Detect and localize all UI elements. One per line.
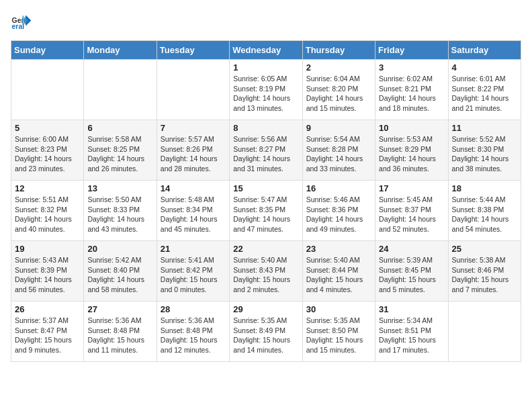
day-of-week-header: Monday (84, 41, 157, 60)
calendar-day-cell: 1Sunrise: 6:05 AM Sunset: 8:19 PM Daylig… (230, 60, 302, 120)
day-number: 30 (306, 304, 371, 314)
calendar-day-cell: 14Sunrise: 5:48 AM Sunset: 8:34 PM Dayli… (157, 181, 229, 241)
day-info: Sunrise: 5:41 AM Sunset: 8:42 PM Dayligh… (161, 255, 226, 295)
day-number: 9 (306, 123, 371, 133)
day-info: Sunrise: 5:42 AM Sunset: 8:40 PM Dayligh… (87, 255, 152, 295)
day-info: Sunrise: 6:00 AM Sunset: 8:23 PM Dayligh… (15, 134, 80, 174)
calendar-week-row: 1Sunrise: 6:05 AM Sunset: 8:19 PM Daylig… (11, 60, 521, 120)
day-info: Sunrise: 5:48 AM Sunset: 8:34 PM Dayligh… (161, 195, 226, 234)
day-info: Sunrise: 5:50 AM Sunset: 8:33 PM Dayligh… (87, 195, 152, 234)
calendar-day-cell: 11Sunrise: 5:52 AM Sunset: 8:30 PM Dayli… (448, 120, 521, 181)
calendar-day-cell: 6Sunrise: 5:58 AM Sunset: 8:25 PM Daylig… (84, 120, 157, 181)
calendar-day-cell: 20Sunrise: 5:42 AM Sunset: 8:40 PM Dayli… (84, 241, 157, 302)
day-info: Sunrise: 6:05 AM Sunset: 8:19 PM Dayligh… (233, 74, 298, 113)
day-number: 15 (233, 183, 298, 193)
day-info: Sunrise: 5:35 AM Sunset: 8:49 PM Dayligh… (233, 316, 298, 355)
day-number: 20 (87, 244, 152, 254)
calendar-day-cell: 21Sunrise: 5:41 AM Sunset: 8:42 PM Dayli… (157, 241, 229, 302)
day-of-week-header: Wednesday (230, 41, 302, 60)
day-number: 21 (161, 244, 226, 254)
day-number: 12 (15, 183, 80, 193)
calendar-day-cell: 4Sunrise: 6:01 AM Sunset: 8:22 PM Daylig… (448, 60, 521, 120)
day-number: 16 (306, 183, 371, 193)
day-info: Sunrise: 5:45 AM Sunset: 8:37 PM Dayligh… (379, 195, 444, 234)
day-number: 2 (306, 62, 371, 73)
calendar-week-row: 5Sunrise: 6:00 AM Sunset: 8:23 PM Daylig… (11, 120, 521, 181)
calendar-day-cell: 10Sunrise: 5:53 AM Sunset: 8:29 PM Dayli… (375, 120, 448, 181)
day-info: Sunrise: 5:58 AM Sunset: 8:25 PM Dayligh… (87, 134, 152, 174)
day-number: 4 (452, 62, 517, 73)
calendar-day-cell: 15Sunrise: 5:47 AM Sunset: 8:35 PM Dayli… (230, 181, 302, 241)
day-number: 14 (161, 183, 226, 193)
day-info: Sunrise: 5:53 AM Sunset: 8:29 PM Dayligh… (379, 134, 444, 174)
calendar-day-cell (11, 60, 84, 120)
day-info: Sunrise: 5:34 AM Sunset: 8:51 PM Dayligh… (379, 316, 444, 355)
day-info: Sunrise: 6:01 AM Sunset: 8:22 PM Dayligh… (452, 74, 517, 113)
day-info: Sunrise: 5:40 AM Sunset: 8:43 PM Dayligh… (233, 255, 298, 295)
day-number: 23 (306, 244, 371, 254)
calendar-week-row: 26Sunrise: 5:37 AM Sunset: 8:47 PM Dayli… (11, 302, 521, 362)
day-info: Sunrise: 5:56 AM Sunset: 8:27 PM Dayligh… (233, 134, 298, 174)
page-header: Gen eral (11, 11, 521, 32)
day-number: 11 (452, 123, 517, 133)
calendar-week-row: 19Sunrise: 5:43 AM Sunset: 8:39 PM Dayli… (11, 241, 521, 302)
calendar-day-cell: 23Sunrise: 5:40 AM Sunset: 8:44 PM Dayli… (302, 241, 375, 302)
calendar-day-cell (84, 60, 157, 120)
day-info: Sunrise: 5:47 AM Sunset: 8:35 PM Dayligh… (233, 195, 298, 234)
day-info: Sunrise: 6:04 AM Sunset: 8:20 PM Dayligh… (306, 74, 371, 113)
calendar-day-cell (448, 302, 521, 362)
day-number: 31 (379, 304, 444, 314)
day-number: 29 (233, 304, 298, 314)
calendar-day-cell: 28Sunrise: 5:36 AM Sunset: 8:48 PM Dayli… (157, 302, 229, 362)
day-number: 24 (379, 244, 444, 254)
calendar-day-cell: 22Sunrise: 5:40 AM Sunset: 8:43 PM Dayli… (230, 241, 302, 302)
calendar-day-cell: 30Sunrise: 5:35 AM Sunset: 8:50 PM Dayli… (302, 302, 375, 362)
day-info: Sunrise: 5:36 AM Sunset: 8:48 PM Dayligh… (161, 316, 226, 355)
calendar-day-cell: 13Sunrise: 5:50 AM Sunset: 8:33 PM Dayli… (84, 181, 157, 241)
calendar-day-cell: 31Sunrise: 5:34 AM Sunset: 8:51 PM Dayli… (375, 302, 448, 362)
day-number: 19 (15, 244, 80, 254)
day-number: 17 (379, 183, 444, 193)
day-info: Sunrise: 5:40 AM Sunset: 8:44 PM Dayligh… (306, 255, 371, 295)
calendar-day-cell: 25Sunrise: 5:38 AM Sunset: 8:46 PM Dayli… (448, 241, 521, 302)
day-info: Sunrise: 5:38 AM Sunset: 8:46 PM Dayligh… (452, 255, 517, 295)
day-number: 1 (233, 62, 298, 73)
day-info: Sunrise: 5:51 AM Sunset: 8:32 PM Dayligh… (15, 195, 80, 234)
calendar-day-cell (157, 60, 229, 120)
day-of-week-header: Friday (375, 41, 448, 60)
day-info: Sunrise: 5:37 AM Sunset: 8:47 PM Dayligh… (15, 316, 80, 355)
day-info: Sunrise: 5:43 AM Sunset: 8:39 PM Dayligh… (15, 255, 80, 295)
day-info: Sunrise: 5:36 AM Sunset: 8:48 PM Dayligh… (87, 316, 152, 355)
calendar-week-row: 12Sunrise: 5:51 AM Sunset: 8:32 PM Dayli… (11, 181, 521, 241)
day-info: Sunrise: 5:46 AM Sunset: 8:36 PM Dayligh… (306, 195, 371, 234)
day-number: 13 (87, 183, 152, 193)
day-info: Sunrise: 5:39 AM Sunset: 8:45 PM Dayligh… (379, 255, 444, 295)
day-of-week-header: Saturday (448, 41, 521, 60)
day-info: Sunrise: 6:02 AM Sunset: 8:21 PM Dayligh… (379, 74, 444, 113)
calendar-table: SundayMondayTuesdayWednesdayThursdayFrid… (11, 40, 521, 362)
calendar-day-cell: 8Sunrise: 5:56 AM Sunset: 8:27 PM Daylig… (230, 120, 302, 181)
day-info: Sunrise: 5:52 AM Sunset: 8:30 PM Dayligh… (452, 134, 517, 174)
calendar-day-cell: 29Sunrise: 5:35 AM Sunset: 8:49 PM Dayli… (230, 302, 302, 362)
day-number: 6 (87, 123, 152, 133)
calendar-day-cell: 17Sunrise: 5:45 AM Sunset: 8:37 PM Dayli… (375, 181, 448, 241)
day-number: 22 (233, 244, 298, 254)
calendar-day-cell: 5Sunrise: 6:00 AM Sunset: 8:23 PM Daylig… (11, 120, 84, 181)
day-number: 8 (233, 123, 298, 133)
calendar-day-cell: 3Sunrise: 6:02 AM Sunset: 8:21 PM Daylig… (375, 60, 448, 120)
calendar-day-cell: 18Sunrise: 5:44 AM Sunset: 8:38 PM Dayli… (448, 181, 521, 241)
calendar-day-cell: 2Sunrise: 6:04 AM Sunset: 8:20 PM Daylig… (302, 60, 375, 120)
day-info: Sunrise: 5:35 AM Sunset: 8:50 PM Dayligh… (306, 316, 371, 355)
day-number: 26 (15, 304, 80, 314)
day-number: 10 (379, 123, 444, 133)
calendar-day-cell: 27Sunrise: 5:36 AM Sunset: 8:48 PM Dayli… (84, 302, 157, 362)
day-number: 7 (161, 123, 226, 133)
calendar-header-row: SundayMondayTuesdayWednesdayThursdayFrid… (11, 41, 521, 60)
calendar-day-cell: 24Sunrise: 5:39 AM Sunset: 8:45 PM Dayli… (375, 241, 448, 302)
day-of-week-header: Sunday (11, 41, 84, 60)
day-of-week-header: Thursday (302, 41, 375, 60)
day-info: Sunrise: 5:54 AM Sunset: 8:28 PM Dayligh… (306, 134, 371, 174)
day-number: 28 (161, 304, 226, 314)
day-number: 5 (15, 123, 80, 133)
day-info: Sunrise: 5:57 AM Sunset: 8:26 PM Dayligh… (161, 134, 226, 174)
